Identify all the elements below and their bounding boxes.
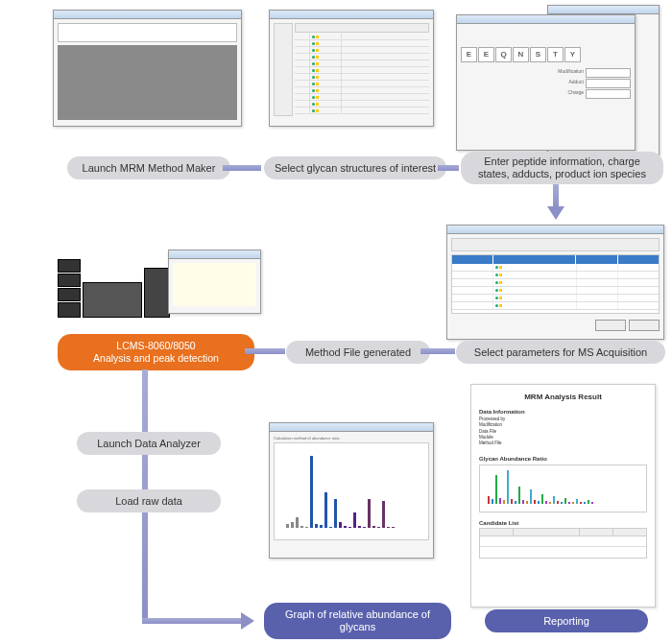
screenshot-abundance-chart: Calculation method of abundance ratio do… — [269, 422, 434, 559]
step-ms-acquisition: Select parameters for MS Acquisition — [456, 341, 665, 364]
screenshot-glycan-select: document.write(Array(12).fill('<div styl… — [269, 10, 434, 127]
arrow-branch-head — [241, 612, 254, 630]
arrow-4-5 — [420, 348, 455, 354]
step-peptide-info: Enter peptide information, charge states… — [461, 152, 663, 184]
arrow-3-4-head — [547, 206, 564, 220]
arrow-branch-h — [142, 618, 243, 624]
arrow-1-2 — [223, 165, 261, 171]
step-load-raw: Load raw data — [77, 489, 221, 512]
step-launch-mrm: Launch MRM Method Maker — [67, 156, 230, 179]
instrument-lcms — [58, 259, 173, 318]
step-method-file: Method File generated — [286, 341, 430, 364]
screenshot-ms-params: document.write(Array(6).fill('<div style… — [446, 225, 664, 340]
arrow-5-6 — [245, 348, 285, 354]
step-launch-analyzer: Launch Data Analyzer — [77, 432, 221, 455]
instrument-screen — [168, 250, 261, 314]
screenshot-mrm-maker — [53, 10, 242, 127]
step-graph-abundance: Graph of relative abundance of glycans — [264, 603, 451, 639]
report-sec3: Candidate List — [479, 520, 647, 526]
report-sec2: Glycan Abundance Ratio — [479, 456, 647, 462]
step-select-glycan: Select glycan structures of interest — [264, 156, 446, 179]
screenshot-peptide-info-front: document.write(['E','E','Q','N','S','T',… — [456, 14, 636, 151]
report-sec1: Data Information — [479, 409, 647, 415]
step-lcms-analysis: LCMS-8060/8050 Analysis and peak detecti… — [58, 334, 254, 370]
arrow-2-3 — [438, 165, 459, 171]
report-panel: MRM Analysis Result Data Information Pro… — [470, 384, 656, 607]
arrow-3-4 — [553, 184, 559, 208]
report-title: MRM Analysis Result — [479, 393, 647, 401]
step-reporting: Reporting — [485, 609, 648, 632]
